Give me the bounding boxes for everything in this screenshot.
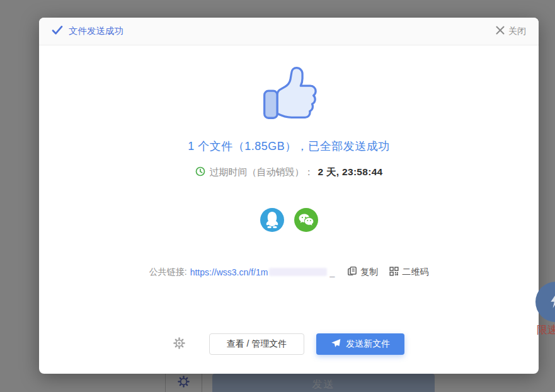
dialog-header-status: 文件发送成功 <box>52 25 123 38</box>
expiry-value: 2 天, 23:58:44 <box>318 166 383 179</box>
wechat-share-button[interactable] <box>294 208 318 232</box>
result-message: 1 个文件（1.85GB），已全部发送成功 <box>188 139 390 154</box>
share-row <box>260 208 318 232</box>
close-icon <box>496 26 505 37</box>
lightning-icon <box>547 292 555 312</box>
qrcode-button[interactable]: 二维码 <box>389 267 428 278</box>
copy-icon <box>347 266 357 278</box>
public-link-url[interactable]: https://wss3.cn/f/1m <box>190 267 268 277</box>
dialog-title: 文件发送成功 <box>69 25 123 37</box>
clock-icon <box>195 166 205 178</box>
qrcode-label: 二维码 <box>402 267 428 278</box>
dialog-header: 文件发送成功 关闭 <box>39 18 539 45</box>
copy-link-button[interactable]: 复制 <box>347 266 378 278</box>
gear-icon <box>173 337 185 351</box>
redacted-url-blur <box>269 268 327 276</box>
thumbs-up-icon <box>258 65 321 123</box>
check-icon <box>52 25 63 38</box>
wechat-icon <box>294 224 318 234</box>
view-manage-files-button[interactable]: 查看 / 管理文件 <box>209 333 305 355</box>
qq-icon <box>260 224 284 234</box>
expiry-label: 过期时间（自动销毁）： <box>210 166 314 178</box>
expiry-row: 过期时间（自动销毁）： 2 天, 23:58:44 <box>195 166 383 179</box>
file-sent-success-dialog: 文件发送成功 关闭 1 个文件（1.85GB），已全部发送成功 过期时间（自 <box>39 18 539 374</box>
settings-button[interactable] <box>173 337 185 351</box>
public-link-label: 公共链接: <box>149 267 187 278</box>
speed-badge-label: 限速 <box>537 323 555 337</box>
close-label: 关闭 <box>508 26 526 37</box>
public-link-row: 公共链接: https://wss3.cn/f/1m _ 复制 <box>149 266 428 278</box>
paper-plane-icon <box>331 338 341 350</box>
qq-share-button[interactable] <box>260 208 284 232</box>
url-suffix: _ <box>329 267 335 277</box>
send-new-file-label: 发送新文件 <box>346 338 390 350</box>
qrcode-icon <box>389 267 399 278</box>
dialog-footer: 查看 / 管理文件 发送新文件 <box>173 333 405 355</box>
close-button[interactable]: 关闭 <box>496 26 526 37</box>
send-new-file-button[interactable]: 发送新文件 <box>316 333 404 355</box>
copy-label: 复制 <box>360 267 378 278</box>
